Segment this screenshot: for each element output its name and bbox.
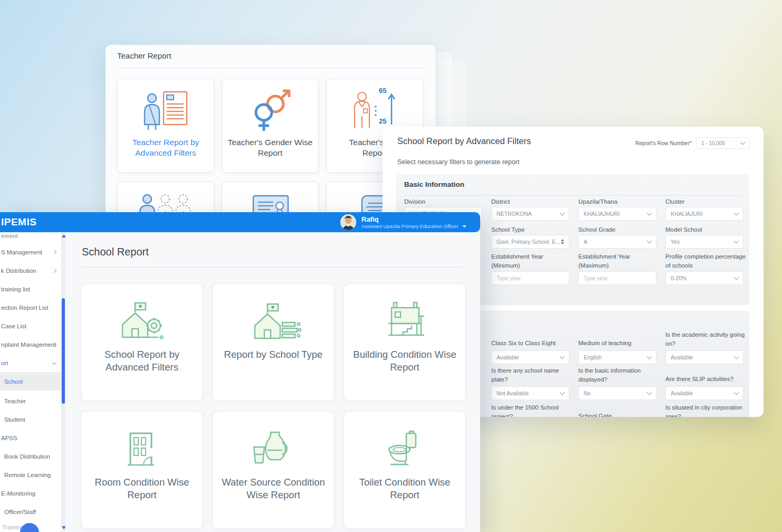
academic-activity-label: Is the academic activity going on? [665, 330, 747, 348]
divider [404, 195, 741, 196]
card-school-report-by-advanced-filters[interactable]: School Report by Advanced Filters [81, 283, 203, 401]
sidebar: ement S Management k Distribution traini… [0, 232, 61, 532]
sidebar-item-book-distribution[interactable]: Book Distribution [0, 447, 61, 466]
sidebar-item-partial[interactable]: ement [1, 233, 18, 239]
school-grade-select[interactable]: A [578, 235, 656, 249]
chevron-down-icon [734, 211, 739, 216]
age-max-value: 65 [379, 87, 386, 94]
section-heading: Basic Information [404, 180, 464, 188]
basic-info-displayed-label: Is the basic information displayed? [578, 366, 660, 384]
sidebar-item-e-monitoring[interactable]: E-Monitoring [0, 484, 61, 502]
sidebar-item-school[interactable]: School [0, 372, 61, 391]
district-select[interactable]: NETROKONA [491, 207, 569, 221]
academic-activity-select[interactable]: Available [665, 350, 743, 364]
school-gate-label: School Gate [578, 412, 660, 417]
sidebar-item-student[interactable]: Student [0, 410, 61, 429]
sidebar-item-apss[interactable]: APSS [0, 429, 61, 447]
slip-activities-select[interactable]: Available [665, 386, 743, 400]
user-name: Rafiq [361, 215, 466, 224]
teacher-document-icon [140, 88, 191, 134]
card-label: Teacher Report by Advanced Filters [118, 137, 214, 158]
chevron-down-icon [560, 354, 565, 359]
slip-activities-label: Are there SLIP activities? [665, 375, 747, 384]
sidebar-item-management[interactable]: S Management [0, 243, 61, 261]
medium-label: Medium of teaching [578, 339, 660, 348]
sidebar-item-case-list[interactable]: Case List [0, 317, 61, 335]
class-six-eight-label: Class Six to Class Eight [491, 339, 573, 348]
chevron-right-icon [52, 250, 56, 254]
gender-icon [244, 88, 297, 134]
card-label: Room Condition Wise Report [81, 476, 203, 502]
sidebar-item-complaint-management[interactable]: nplaint Management [0, 335, 61, 354]
chevron-down-icon [734, 239, 739, 244]
card-label: Water Source Condition Wise Report [213, 476, 334, 502]
medium-select[interactable]: English [578, 350, 656, 364]
card-teacher-report-by-advanced-filters[interactable]: Teacher Report by Advanced Filters [117, 79, 214, 173]
page-title: School Report [82, 246, 149, 258]
sidebar-item-report[interactable]: ort [0, 354, 61, 372]
school-report-content: School Report [65, 232, 480, 532]
chevron-down-icon [560, 390, 565, 395]
chevron-down-icon [647, 354, 652, 359]
app-header: IPEMIS Rafiq Assistant Upazila Primary E… [0, 212, 480, 232]
model-school-label: Model School [665, 225, 747, 234]
chevron-down-icon [647, 390, 652, 395]
app-logo: IPEMIS [1, 216, 36, 228]
est-year-min-input[interactable] [491, 271, 569, 285]
row-number-select[interactable]: 1 - 10,000 [696, 137, 750, 149]
card-toilet-condition-wise-report[interactable]: Toilet Condition Wise Report [344, 411, 466, 529]
room-door-icon [113, 426, 171, 472]
sort-updown-icon [561, 239, 564, 244]
card-label: School Report by Advanced Filters [81, 348, 203, 374]
est-year-min-label: Establishment Year (Minimum) [491, 252, 573, 270]
est-year-max-label: Establishment Year (Maximum) [578, 252, 660, 270]
caret-down-icon [462, 225, 466, 227]
chevron-down-icon [734, 354, 739, 359]
toilet-icon [376, 426, 434, 472]
card-report-by-school-type[interactable]: Report by School Type [212, 283, 335, 401]
card-building-condition-wise-report[interactable]: Building Condition Wise Report [344, 283, 466, 401]
school-grade-label: School Grade [578, 225, 660, 234]
profile-completion-select[interactable]: 0-20% [665, 271, 743, 285]
chevron-down-icon [647, 239, 652, 244]
card-label: Toilet Condition Wise Report [344, 476, 465, 502]
chevron-down-icon [734, 275, 739, 280]
row-number-label: Report's Row Number* [635, 140, 692, 146]
upazila-select[interactable]: KHALIAJHURI [578, 207, 656, 221]
est-year-max-input[interactable] [578, 271, 656, 285]
name-plate-label: Is there any school name plate? [491, 366, 573, 384]
sidebar-item-training-partial[interactable]: Training [2, 524, 23, 530]
sidebar-item-remote-learning[interactable]: Remote Learning [0, 466, 61, 484]
user-menu[interactable]: Rafiq Assistant Upazila Primary Educatio… [340, 214, 466, 230]
cluster-select[interactable]: KHALIAJURI [665, 207, 743, 221]
card-room-condition-wise-report[interactable]: Room Condition Wise Report [81, 411, 203, 529]
school-type-select[interactable]: Govt. Primary School, E... [491, 235, 569, 249]
school-gear-icon [113, 299, 171, 344]
divider [117, 68, 424, 68]
model-school-select[interactable]: Yes [665, 235, 743, 249]
name-plate-select[interactable]: Not Available [491, 386, 569, 400]
sidebar-scrollbar-thumb[interactable] [62, 298, 65, 404]
filters-subtitle: Select necessary filters to generate rep… [397, 158, 519, 166]
water-jug-icon [244, 426, 302, 472]
sidebar-item-officer-staff[interactable]: Officer/Staff [0, 502, 61, 521]
screen: Teacher Report [0, 0, 782, 532]
sidebar-item-inspection-report-list[interactable]: ection Report List [0, 298, 61, 317]
sidebar-item-distribution[interactable]: k Distribution [0, 261, 61, 280]
sidebar-item-training-list[interactable]: training list [0, 280, 61, 298]
app-window: IPEMIS Rafiq Assistant Upazila Primary E… [0, 212, 480, 532]
card-water-source-condition-wise-report[interactable]: Water Source Condition Wise Report [212, 411, 335, 529]
class-six-eight-select[interactable]: Available [491, 350, 569, 364]
sidebar-item-teacher[interactable]: Teacher [0, 392, 61, 410]
card-teachers-gender-wise-report[interactable]: Teacher's Gender Wise Report [222, 79, 319, 173]
report-row-number: Report's Row Number* 1 - 10,000 [635, 137, 750, 149]
school-type-label: School Type [491, 225, 573, 234]
chevron-down-icon [647, 211, 652, 216]
chevron-down-icon [734, 390, 739, 395]
school-1500-label: Is under the 1500 School project? [491, 403, 573, 417]
teacher-report-title: Teacher Report [117, 51, 171, 60]
user-role: Assistant Upazila Primary Education Offi… [361, 223, 466, 229]
basic-info-displayed-select[interactable]: No [578, 386, 656, 400]
district-label: District [491, 197, 573, 206]
filters-panel-title: School Report by Advanced Filters [397, 136, 531, 146]
